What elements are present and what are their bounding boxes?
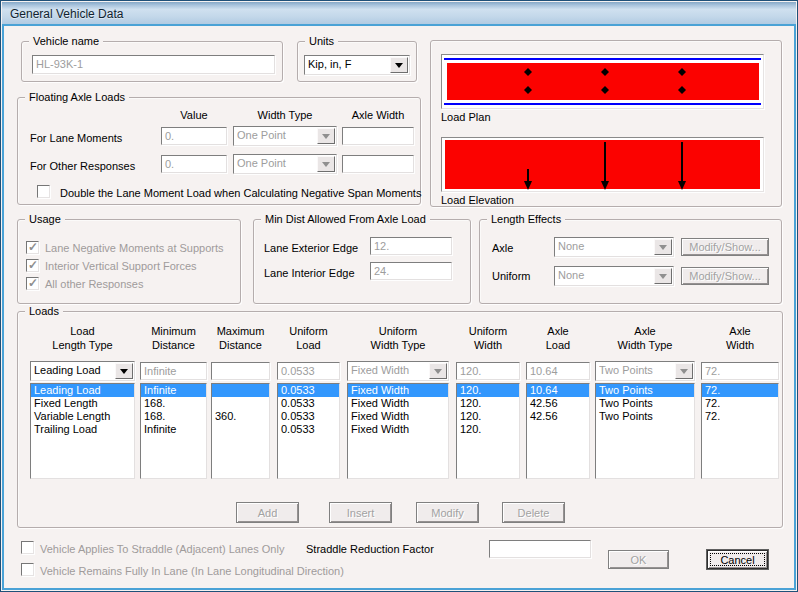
loads-col-header-uniform-width: Width [456, 339, 520, 352]
list-item[interactable]: 168. [141, 410, 206, 423]
list-item[interactable]: 42.56 [527, 397, 589, 410]
list-item[interactable]: 10.64 [527, 384, 589, 397]
list-item[interactable] [212, 423, 269, 436]
list-item[interactable]: Fixed Width [348, 410, 448, 423]
lane-moments-width-type-select: One Point [233, 126, 337, 146]
units-select[interactable]: Kip, in, F [304, 55, 410, 75]
chevron-down-icon [390, 57, 408, 73]
length-effects-group-label: Length Effects [487, 213, 565, 225]
loads-list-axle-width[interactable]: 72.72.72. [701, 383, 779, 479]
list-item[interactable] [212, 384, 269, 397]
list-item[interactable]: Fixed Length [31, 397, 134, 410]
other-responses-width-type-select: One Point [233, 154, 337, 174]
chevron-down-icon [654, 268, 672, 284]
for-other-responses-label: For Other Responses [30, 160, 135, 172]
list-item[interactable]: 360. [212, 410, 269, 423]
loads-list-minimum-distance[interactable]: Infinite168.168.Infinite [140, 383, 207, 479]
list-item[interactable]: 42.56 [527, 410, 589, 423]
loads-group: Loads LoadLength TypeLeading LoadLeading… [17, 311, 783, 528]
cancel-button[interactable]: Cancel [707, 550, 768, 569]
usage-checkbox-1 [26, 259, 39, 272]
col-header-axle-width: Axle Width [342, 109, 414, 122]
lane-moments-value-field: 0. [161, 127, 227, 145]
loads-col-header-axle-load: Axle [526, 325, 590, 338]
usage-checkbox-label: Interior Vertical Support Forces [45, 260, 197, 272]
list-item[interactable]: Variable Length [31, 410, 134, 423]
list-item[interactable]: 0.0533 [278, 410, 339, 423]
list-item[interactable]: 0.0533 [278, 384, 339, 397]
general-vehicle-data-dialog: General Vehicle Data Vehicle name HL-93K… [0, 0, 798, 592]
lane-moments-axle-width-field [342, 127, 414, 145]
uniform-label: Uniform [492, 270, 531, 282]
combo-value: One Point [237, 157, 318, 169]
loads-col-header-axle-width-type: Axle [595, 325, 695, 338]
list-item[interactable]: 168. [141, 397, 206, 410]
combo-value: Fixed Width [351, 364, 430, 376]
loads-list-uniform-width-type[interactable]: Fixed WidthFixed WidthFixed WidthFixed W… [347, 383, 449, 479]
list-item[interactable] [596, 423, 694, 436]
list-item[interactable]: Fixed Width [348, 423, 448, 436]
list-item[interactable]: Infinite [141, 423, 206, 436]
chevron-down-icon [317, 128, 335, 144]
list-item[interactable]: 72. [702, 384, 778, 397]
loads-edit-axle-width-type-select: Two Points [595, 361, 695, 381]
chevron-down-icon [429, 363, 447, 379]
window-title: General Vehicle Data [10, 7, 123, 21]
list-item[interactable]: Fixed Width [348, 397, 448, 410]
combo-value: One Point [237, 129, 318, 141]
loads-list-maximum-distance[interactable]: 360. [211, 383, 270, 479]
modify-button: Modify [416, 502, 479, 523]
list-item[interactable]: 0.0533 [278, 423, 339, 436]
list-item[interactable]: Leading Load [31, 384, 134, 397]
loads-list-axle-width-type[interactable]: Two PointsTwo PointsTwo Points [595, 383, 695, 479]
loads-col-header-axle-width: Axle [701, 325, 779, 338]
axle-modify-show-button: Modify/Show... [681, 238, 769, 256]
loads-edit-maximum-distance-field [211, 362, 270, 380]
straddle-reduction-factor-field[interactable] [489, 540, 591, 558]
loads-col-header-uniform-load: Uniform [277, 325, 340, 338]
lane-interior-edge-field: 24. [370, 262, 452, 280]
load-elevation-graphic [442, 138, 763, 191]
double-lane-moment-checkbox[interactable] [37, 185, 50, 198]
loads-list-uniform-width[interactable]: 120.120.120.120. [456, 383, 520, 479]
usage-checkbox-0 [26, 241, 39, 254]
list-item[interactable] [527, 423, 589, 436]
list-item[interactable]: 0.0533 [278, 397, 339, 410]
list-item[interactable]: 120. [457, 423, 519, 436]
combo-value: Two Points [599, 364, 676, 376]
combo-value: None [558, 240, 655, 252]
min-dist-group: Min Dist Allowed From Axle Load Lane Ext… [253, 219, 471, 304]
loads-edit-load-length-type-select[interactable]: Leading Load [30, 361, 135, 381]
loads-edit-axle-load-field: 10.64 [526, 362, 590, 380]
loads-col-header-axle-width-type: Width Type [595, 339, 695, 352]
usage-checkbox-2 [26, 277, 39, 290]
straddle-lanes-label: Vehicle Applies To Straddle (Adjacent) L… [40, 543, 284, 555]
list-item[interactable]: Trailing Load [31, 423, 134, 436]
list-item[interactable]: 120. [457, 410, 519, 423]
list-item[interactable]: 120. [457, 384, 519, 397]
loads-edit-uniform-load-field: 0.0533 [277, 362, 340, 380]
list-item[interactable] [702, 423, 778, 436]
loads-list-uniform-load[interactable]: 0.05330.05330.05330.0533 [277, 383, 340, 479]
loads-list-load-length-type[interactable]: Leading LoadFixed LengthVariable LengthT… [30, 383, 135, 479]
list-item[interactable] [212, 397, 269, 410]
lane-exterior-edge-field: 12. [370, 237, 452, 255]
lane-exterior-edge-label: Lane Exterior Edge [264, 242, 358, 254]
list-item[interactable]: Two Points [596, 397, 694, 410]
loads-edit-axle-width-field: 72. [701, 362, 779, 380]
list-item[interactable]: Two Points [596, 410, 694, 423]
list-item[interactable]: 120. [457, 397, 519, 410]
list-item[interactable]: Fixed Width [348, 384, 448, 397]
list-item[interactable]: 72. [702, 410, 778, 423]
chevron-down-icon [654, 239, 672, 255]
title-bar[interactable]: General Vehicle Data [2, 2, 796, 25]
load-plan-graphic [442, 55, 763, 108]
list-item[interactable]: Two Points [596, 384, 694, 397]
loads-edit-uniform-width-field: 120. [456, 362, 520, 380]
add-button: Add [236, 502, 299, 523]
units-group-label: Units [305, 35, 338, 47]
list-item[interactable]: 72. [702, 397, 778, 410]
load-elevation-panel [441, 137, 764, 192]
loads-list-axle-load[interactable]: 10.6442.5642.56 [526, 383, 590, 479]
list-item[interactable]: Infinite [141, 384, 206, 397]
